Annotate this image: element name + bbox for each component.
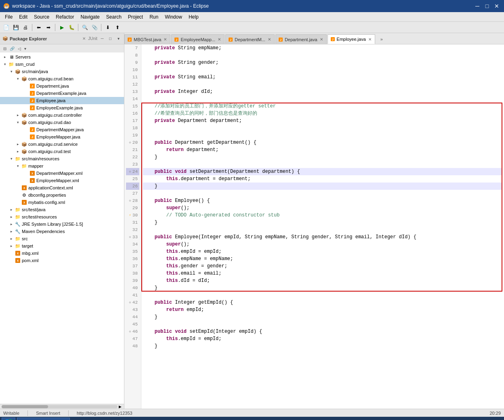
tab-deptm[interactable]: J DepartmentM... ✕ <box>225 34 275 44</box>
tree-item-app-context[interactable]: X applicationContext.xml <box>0 184 124 191</box>
tab-close-mbgtest[interactable]: ✕ <box>163 37 168 42</box>
tree-horizontal-scrollbar[interactable] <box>2 405 118 408</box>
tree-toggle-crud-service[interactable]: ▸ <box>15 141 21 147</box>
ln-28: ◇28 <box>126 197 139 204</box>
taskbar-start[interactable] <box>2 418 15 420</box>
panel-menu2[interactable]: ▾ <box>23 46 28 51</box>
tree-toggle-mapper-folder[interactable]: ▾ <box>15 163 21 169</box>
tree-item-mbg-xml[interactable]: X mbg.xml <box>0 250 124 257</box>
tree-item-dept-mapper-java[interactable]: J DepartmentMapper.java <box>0 126 124 133</box>
tree-item-emp-mapper-xml[interactable]: X EmployeeMapper.xml <box>0 177 124 184</box>
panel-nav-back[interactable]: ◁ <box>16 46 23 51</box>
ln-18: 18 <box>126 124 139 132</box>
tree-item-maven[interactable]: ▸ 🔧 Maven Dependencies <box>0 228 124 235</box>
maximize-btn[interactable]: □ <box>483 2 491 10</box>
toolbar-prev-annotation[interactable]: ⬆ <box>113 23 122 32</box>
tree-item-mybatis-config[interactable]: X mybatis-config.xml <box>0 199 124 206</box>
code-content[interactable]: private String empName; private String g… <box>141 44 504 409</box>
panel-collapse-all[interactable]: ⊟ <box>2 46 8 51</box>
tab-empmapp[interactable]: J EmployeeMapp... ✕ <box>171 34 225 44</box>
panel-minimize-btn[interactable]: ─ <box>99 36 105 42</box>
tab-mbgtest[interactable]: J MBGTest.java ✕ <box>124 34 170 44</box>
toolbar-debug[interactable]: 🐛 <box>67 23 76 32</box>
tab-overflow-btn[interactable]: » <box>377 34 386 44</box>
toolbar-save[interactable]: 💾 <box>11 23 20 32</box>
toolbar-print[interactable]: 🖨 <box>21 23 30 32</box>
tree-item-pom-xml[interactable]: X pom.xml <box>0 257 124 264</box>
menu-help[interactable]: Help <box>185 13 202 21</box>
tree-toggle-jre[interactable]: ▸ <box>8 221 15 227</box>
panel-tab2[interactable]: JUnit <box>88 36 97 41</box>
menu-source[interactable]: Source <box>31 13 52 21</box>
tree-toggle-target[interactable]: ▸ <box>8 243 15 249</box>
menu-navigate[interactable]: Navigate <box>77 13 103 21</box>
tree-item-crud-service[interactable]: ▸ 📦 com.atguigu.crud.service <box>0 141 124 148</box>
tree-item-crud-bean[interactable]: ▾ 📦 com.atguigu.crud.bean <box>0 75 124 82</box>
tree-item-department-java[interactable]: J Department.java <box>0 82 124 90</box>
tree-item-ssm-crud[interactable]: ▾ 📁 ssm_crud <box>0 61 124 68</box>
tree-toggle-servers[interactable]: ▸ <box>2 54 8 60</box>
taskbar-eclipse[interactable]: ☕ workspace - Java... <box>17 418 70 420</box>
menu-edit[interactable]: Edit <box>16 13 31 21</box>
tree-item-jre[interactable]: ▸ 🔧 JRE System Library [J2SE-1.5] <box>0 220 124 228</box>
tree-item-dbconfig[interactable]: ⚙ dbconfig.properties <box>0 191 124 199</box>
minimize-btn[interactable]: ─ <box>473 2 481 10</box>
tree-label-target: target <box>22 244 33 248</box>
toolbar-search[interactable]: 🔍 <box>80 23 89 32</box>
code-editor[interactable]: 7 8 9 10 11 12 13 14 15 16 17 18 19 ◇20 … <box>124 44 504 409</box>
tree-toggle-ssm-crud[interactable]: ▾ <box>2 61 8 67</box>
menu-run[interactable]: Run <box>146 13 162 21</box>
tree-item-src-main-res[interactable]: ▾ 📁 src/main/resources <box>0 155 124 162</box>
tree-toggle-crud-test[interactable]: ▸ <box>15 148 21 155</box>
panel-menu-btn[interactable]: ▾ <box>115 36 122 42</box>
toolbar-next-annotation[interactable]: ⬇ <box>103 23 112 32</box>
tree-item-crud-controller[interactable]: ▸ 📦 com.atguigu.crud.controller <box>0 111 124 119</box>
tree-item-crud-test[interactable]: ▸ 📦 com.atguigu.crud.test <box>0 148 124 155</box>
tree-toggle-src-main-java[interactable]: ▾ <box>8 68 15 75</box>
tree-toggle-maven[interactable]: ▸ <box>8 228 15 235</box>
department-java-icon: J <box>29 83 36 89</box>
tree-item-servers[interactable]: ▸ 🖥 Servers <box>0 53 124 61</box>
tree-scroll-right[interactable]: ▶ <box>118 404 122 409</box>
tree-item-emp-mapper-java[interactable]: J EmployeeMapper.java <box>0 133 124 141</box>
close-btn[interactable]: ✕ <box>493 2 501 10</box>
toolbar-refs[interactable]: 📎 <box>90 23 99 32</box>
toolbar-back[interactable]: ⬅ <box>34 23 43 32</box>
menu-project[interactable]: Project <box>125 13 146 21</box>
tree-item-crud-dao[interactable]: ▾ 📦 com.atguigu.crud.dao <box>0 119 124 126</box>
tree-label-jre: JRE System Library [J2SE-1.5] <box>22 222 83 227</box>
ln-46: ◇46 <box>126 328 139 335</box>
panel-maximize-btn[interactable]: □ <box>107 36 113 42</box>
tree-item-dept-mapper-xml[interactable]: X DepartmentMapper.xml <box>0 170 124 177</box>
tree-toggle-crud-controller[interactable]: ▸ <box>15 112 21 118</box>
toolbar-run[interactable]: ▶ <box>57 23 66 32</box>
tab-dept[interactable]: J Department.java ✕ <box>275 34 327 44</box>
menu-search[interactable]: Search <box>103 13 125 21</box>
tree-toggle-src-test-res[interactable]: ▸ <box>8 214 15 220</box>
tree-toggle-src-test-java[interactable]: ▸ <box>8 206 15 213</box>
menu-file[interactable]: File <box>2 13 16 21</box>
tree-item-src-test-res[interactable]: ▸ 📁 src/test/resources <box>0 213 124 220</box>
tab-employee[interactable]: J Employee.java ✕ <box>328 34 375 44</box>
tree-item-department-example[interactable]: J DepartmentExample.java <box>0 90 124 97</box>
tab-close-empmapp[interactable]: ✕ <box>217 37 222 42</box>
tab-close-deptm[interactable]: ✕ <box>267 37 272 42</box>
toolbar-new[interactable]: 📄 <box>2 23 10 32</box>
tree-toggle-crud-bean[interactable]: ▾ <box>15 76 21 82</box>
tree-item-src[interactable]: ▸ 📁 src <box>0 235 124 242</box>
tree-item-src-test-java[interactable]: ▸ 📁 src/test/java <box>0 206 124 213</box>
toolbar-forward[interactable]: ➡ <box>44 23 53 32</box>
menu-refactor[interactable]: Refactor <box>52 13 77 21</box>
menu-window[interactable]: Window <box>162 13 185 21</box>
tree-item-src-main-java[interactable]: ▾ 📦 src/main/java <box>0 68 124 75</box>
tree-toggle-crud-dao[interactable]: ▾ <box>15 119 21 126</box>
tree-item-mapper-folder[interactable]: ▾ 📁 mapper <box>0 162 124 170</box>
tree-toggle-src[interactable]: ▸ <box>8 235 15 242</box>
tab-close-dept[interactable]: ✕ <box>319 37 324 42</box>
tree-toggle-src-main-res[interactable]: ▾ <box>8 155 15 162</box>
tree-item-target[interactable]: ▸ 📁 target <box>0 242 124 250</box>
panel-link-editor[interactable]: 🔗 <box>8 46 16 51</box>
tab-close-employee[interactable]: ✕ <box>368 37 372 42</box>
tree-item-employee-example[interactable]: J EmployeeExample.java <box>0 104 124 111</box>
tree-item-employee-java[interactable]: J Employee.java <box>0 97 124 104</box>
